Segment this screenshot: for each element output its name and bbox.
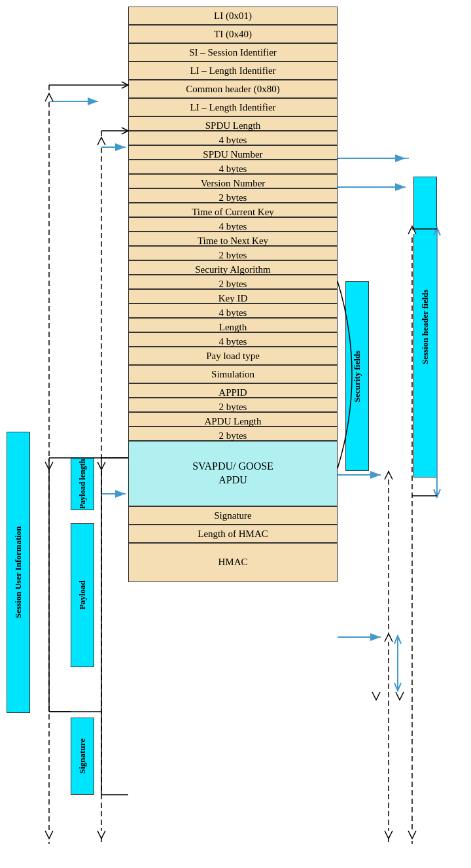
cell-apdu-length: APDU Length [128,412,338,426]
cell-spdu-number-bytes: 4 bytes [128,160,338,174]
payload-length-label: Payload length [71,458,94,510]
cell-security-algorithm: Security Algorithm [128,260,338,275]
cell-li-len2: LI – Length Identifier [128,98,338,116]
cell-spdu-length: SPDU Length [128,116,338,131]
cell-apdu-length-bytes: 2 bytes [128,426,338,441]
cell-appid: APPID [128,383,338,398]
cell-length-bytes: 4 bytes [128,332,338,347]
cell-spdu-length-bytes: 4 bytes [128,131,338,145]
cell-time-current-key-bytes: 4 bytes [128,217,338,232]
cell-version-number-bytes: 2 bytes [128,188,338,203]
cell-version-number: Version Number [128,174,338,188]
cell-time-next-key-bytes: 2 bytes [128,246,338,260]
cell-li-len1: LI – Length Identifier [128,61,338,80]
cell-svapdu: SVAPDU/ GOOSE APDU [128,441,338,506]
security-fields-label: Security fields [345,281,369,471]
cell-simulation: Simulation [128,365,338,383]
cell-security-algorithm-bytes: 2 bytes [128,275,338,289]
cell-length: Length [128,318,338,332]
cell-signature: Signature [128,506,338,525]
diagram: LI (0x01) TI (0x40) SI – Session Identif… [0,0,471,868]
cell-time-next-key: Time to Next Key [128,232,338,246]
session-header-fields-label: Session header fields [413,177,437,477]
cell-ti40: TI (0x40) [128,25,338,43]
signature-label: Signature [71,718,94,795]
cell-spdu-number: SPDU Number [128,145,338,160]
cell-common: Common header (0x80) [128,80,338,98]
cell-appid-bytes: 2 bytes [128,398,338,412]
payload-label: Payload [71,523,94,667]
cell-hmac: HMAC [128,543,338,582]
main-table: LI (0x01) TI (0x40) SI – Session Identif… [128,7,338,582]
cell-si: SI – Session Identifier [128,43,338,61]
cell-payload-type: Pay load type [128,347,338,365]
cell-time-current-key: Time of Current Key [128,203,338,217]
session-user-information-label: Session User Information [7,432,30,713]
cell-li01: LI (0x01) [128,7,338,25]
cell-key-id: Key ID [128,289,338,304]
cell-key-id-bytes: 4 bytes [128,304,338,318]
cell-hmac-length: Length of HMAC [128,525,338,543]
